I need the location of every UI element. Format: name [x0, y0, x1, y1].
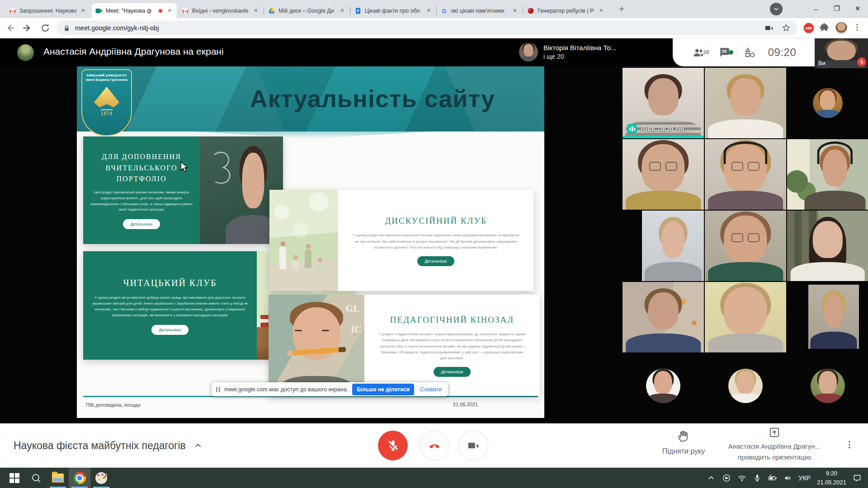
tab-close-icon[interactable]: × — [598, 7, 605, 14]
browser-tab-strip: Запрошення: Наукова×Meet: "Наукова ф×Вхі… — [0, 0, 868, 18]
taskbar-paint-icon[interactable] — [90, 468, 112, 488]
tray-camera-icon[interactable] — [722, 474, 731, 483]
tab-close-icon[interactable]: × — [80, 7, 87, 14]
forward-icon[interactable] — [20, 20, 35, 36]
card-heading: ЧИТАЦЬКИЙ КЛУБ — [123, 276, 217, 290]
participant-tile[interactable] — [705, 282, 786, 352]
tab-close-icon[interactable]: × — [425, 7, 432, 14]
speaking-indicator-icon — [627, 124, 637, 134]
tray-battery-icon[interactable] — [768, 474, 777, 483]
taskbar-search-icon[interactable] — [25, 468, 47, 488]
new-tab-button[interactable]: + — [616, 4, 627, 15]
more-options-button[interactable] — [844, 440, 854, 451]
participant-tile-speaking[interactable]: Анастасія Ан... — [623, 68, 704, 138]
tab-close-icon[interactable]: × — [166, 7, 173, 14]
logo-emblem — [94, 87, 119, 108]
participant-tile[interactable] — [705, 211, 786, 281]
tray-hidden-icons-chevron[interactable] — [707, 474, 716, 483]
browser-tab[interactable]: Генератор ребусів | Р× — [524, 3, 609, 18]
window-close-button[interactable]: ✕ — [847, 0, 868, 17]
media-control-icon[interactable] — [770, 3, 783, 15]
participant-tile-camera-off[interactable] — [623, 353, 704, 418]
tab-close-icon[interactable]: × — [252, 7, 259, 14]
lock-icon — [63, 24, 71, 32]
presenter-avatar — [17, 44, 34, 61]
taskbar-clock[interactable]: 9:20 21.05.2021 — [817, 469, 846, 487]
raise-hand-button[interactable]: Підняти руку — [646, 429, 721, 455]
window-minimize-button[interactable]: – — [806, 0, 826, 17]
participant-tile[interactable] — [623, 139, 704, 210]
presentation-status: Анастасія Андріївна Драгун... проводить … — [723, 427, 826, 462]
tray-microphone-icon[interactable] — [753, 474, 762, 483]
tab-favicon — [182, 7, 189, 14]
participant-tile-camera-off[interactable] — [787, 353, 868, 418]
browser-toolbar: meet.google.com/gyk-nitj-obj ABP — [0, 18, 868, 38]
tray-speaker-icon[interactable] — [783, 474, 793, 483]
share-banner-text: meet.google.com має доступ до вашого екр… — [224, 386, 348, 393]
participant-tile[interactable] — [808, 285, 859, 349]
window-controls: – ❐ ✕ — [806, 0, 868, 17]
presenting-name: Анастасія Андріївна Драгун... — [723, 441, 826, 451]
participant-tile-camera-off[interactable] — [705, 353, 786, 418]
browser-profile-avatar[interactable] — [835, 22, 847, 34]
participant-tile[interactable] — [787, 211, 868, 281]
self-video-tile[interactable]: Ви — [815, 38, 868, 68]
bookmark-star-icon[interactable] — [781, 23, 791, 33]
tab-close-icon[interactable]: × — [339, 7, 346, 14]
details-button: Детальніше — [417, 256, 455, 266]
tab-favicon — [354, 7, 362, 14]
slide-card-portfolio: ДЛЯ ДОПОВНЕННЯ ВЧИТЕЛЬСЬКОГО ПОРТФОЛІО Ц… — [83, 136, 283, 244]
taskbar-chrome-icon[interactable] — [69, 468, 90, 488]
back-icon[interactable] — [2, 20, 18, 36]
tab-title: Запрошення: Наукова — [19, 8, 76, 14]
participant-name-label: Анастасія Ан... — [641, 125, 690, 133]
participant-tile[interactable] — [623, 282, 704, 352]
stop-sharing-button[interactable]: Більше не ділитися — [352, 384, 414, 395]
adblock-extension-icon[interactable]: ABP — [804, 23, 814, 33]
participants-button[interactable]: 38 — [686, 47, 711, 58]
participant-tile[interactable] — [705, 68, 786, 138]
start-button[interactable] — [4, 468, 25, 488]
preview-more-count: і ще 20 — [543, 53, 616, 60]
participant-tile[interactable] — [642, 211, 704, 281]
reload-icon[interactable] — [38, 20, 53, 36]
presenter-banner: Анастасія Андріївна Драгунова на екрані — [43, 46, 224, 57]
tab-recording-icon — [158, 9, 163, 13]
browser-menu-icon[interactable] — [853, 23, 862, 33]
address-bar[interactable]: meet.google.com/gyk-nitj-obj — [57, 21, 797, 35]
university-logo: Київський університет імені Бориса Грінч… — [81, 69, 132, 136]
activities-button[interactable] — [737, 47, 763, 58]
tab-title: Вхідні - venglovskaole — [192, 8, 249, 14]
browser-tab[interactable]: Мій диск – Google Ди× — [264, 3, 349, 18]
tab-favicon — [268, 7, 275, 14]
raise-hand-label: Підняти руку — [646, 447, 721, 455]
participants-preview[interactable]: Вікторія Віталіївна То... і ще 20 — [519, 42, 616, 61]
browser-tab[interactable]: Вхідні - venglovskaole× — [178, 3, 263, 18]
tray-wifi-icon[interactable] — [737, 474, 746, 483]
meeting-name-toggle[interactable]: Наукова фієста майбутніх педагогів — [14, 423, 203, 468]
chat-button[interactable] — [712, 47, 737, 58]
window-maximize-button[interactable]: ❐ — [826, 0, 847, 17]
meet-header-actions: 38 09:20 — [673, 38, 815, 66]
taskbar-file-explorer-icon[interactable] — [47, 468, 69, 488]
browser-tab[interactable]: Gякі цікаві пам'ятники× — [437, 3, 522, 18]
hide-banner-link[interactable]: Сховати — [420, 386, 442, 393]
meet-header: Анастасія Андріївна Драгунова на екрані … — [0, 38, 868, 66]
present-icon — [769, 427, 780, 438]
preview-name: Вікторія Віталіївна То... — [543, 44, 616, 52]
browser-tab[interactable]: Цікаві факти про обл× — [351, 3, 436, 18]
mic-mute-button[interactable] — [378, 431, 408, 460]
participant-tile-camera-off[interactable] — [787, 68, 868, 138]
action-center-icon[interactable] — [853, 474, 862, 483]
tab-close-icon[interactable]: × — [511, 7, 519, 14]
system-tray: УКР 9:20 21.05.2021 — [707, 469, 868, 487]
extensions-puzzle-icon[interactable] — [819, 22, 830, 34]
participant-tile[interactable] — [787, 139, 868, 210]
browser-tab[interactable]: Meet: "Наукова ф× — [92, 3, 177, 18]
camera-button[interactable] — [458, 431, 488, 460]
browser-tab[interactable]: Запрошення: Наукова× — [5, 3, 90, 18]
tab-capture-camera-icon[interactable] — [764, 23, 774, 33]
keyboard-language-indicator[interactable]: УКР — [799, 474, 811, 482]
leave-call-button[interactable] — [420, 431, 449, 460]
participant-tile[interactable] — [705, 139, 786, 210]
